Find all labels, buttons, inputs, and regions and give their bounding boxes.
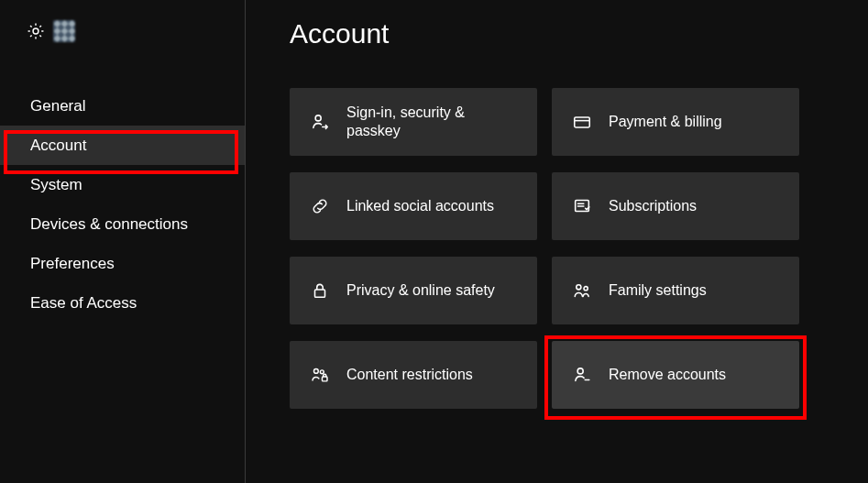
- tile-label: Content restrictions: [346, 366, 473, 384]
- sidebar-item-label: Preferences: [30, 255, 115, 273]
- sidebar-item-preferences[interactable]: Preferences: [0, 244, 245, 283]
- svg-point-9: [584, 287, 588, 291]
- tile-label: Sign-in, security & passkey: [346, 104, 502, 140]
- tile-privacy-safety[interactable]: Privacy & online safety: [290, 257, 537, 324]
- svg-rect-12: [322, 377, 327, 381]
- tile-label: Subscriptions: [609, 197, 697, 215]
- tile-subscriptions[interactable]: Subscriptions: [552, 172, 799, 240]
- tile-family-settings[interactable]: Family settings: [552, 257, 799, 324]
- avatar[interactable]: [53, 20, 75, 42]
- tile-label: Privacy & online safety: [346, 281, 495, 300]
- sidebar-item-label: General: [30, 97, 85, 115]
- svg-point-11: [320, 370, 324, 374]
- page-title: Account: [290, 18, 868, 49]
- settings-main: Account Sign-in, security & passkey Pa: [246, 0, 868, 483]
- tile-label: Remove accounts: [609, 366, 726, 384]
- person-arrow-icon: [310, 112, 330, 132]
- link-icon: [310, 196, 330, 216]
- tile-content-restrictions[interactable]: Content restrictions: [290, 341, 537, 409]
- sidebar-nav: General Account System Devices & connect…: [0, 59, 245, 323]
- tile-label: Linked social accounts: [346, 197, 494, 215]
- sidebar-item-label: Account: [30, 137, 86, 155]
- settings-sidebar: General Account System Devices & connect…: [0, 0, 246, 483]
- sidebar-header: [0, 0, 245, 59]
- svg-point-0: [33, 28, 38, 34]
- sidebar-item-ease-of-access[interactable]: Ease of Access: [0, 283, 245, 323]
- tile-linked-social[interactable]: Linked social accounts: [290, 172, 537, 240]
- tile-remove-accounts[interactable]: Remove accounts: [552, 341, 799, 409]
- gear-icon: [26, 21, 46, 41]
- sidebar-item-account[interactable]: Account: [0, 126, 245, 165]
- tile-label: Family settings: [609, 281, 707, 300]
- sidebar-item-label: Devices & connections: [30, 215, 188, 234]
- svg-point-8: [577, 285, 581, 290]
- svg-point-10: [313, 368, 318, 373]
- svg-rect-7: [315, 290, 325, 297]
- lock-icon: [310, 280, 330, 301]
- family-lock-icon: [310, 365, 330, 385]
- sidebar-item-system[interactable]: System: [0, 165, 245, 204]
- tile-signin-security[interactable]: Sign-in, security & passkey: [290, 88, 537, 156]
- sidebar-item-label: Ease of Access: [30, 294, 137, 313]
- tile-label: Payment & billing: [609, 113, 722, 131]
- family-icon: [572, 280, 592, 301]
- account-tile-grid: Sign-in, security & passkey Payment & bi…: [290, 88, 868, 409]
- sidebar-item-label: System: [30, 176, 82, 194]
- sidebar-item-devices[interactable]: Devices & connections: [0, 204, 245, 244]
- tile-payment-billing[interactable]: Payment & billing: [552, 88, 799, 156]
- subscriptions-icon: [572, 196, 592, 216]
- svg-point-1: [315, 115, 321, 121]
- remove-person-icon: [572, 365, 592, 385]
- svg-point-13: [577, 368, 583, 374]
- sidebar-item-general[interactable]: General: [0, 86, 245, 126]
- card-icon: [572, 112, 592, 132]
- svg-rect-2: [575, 117, 590, 127]
